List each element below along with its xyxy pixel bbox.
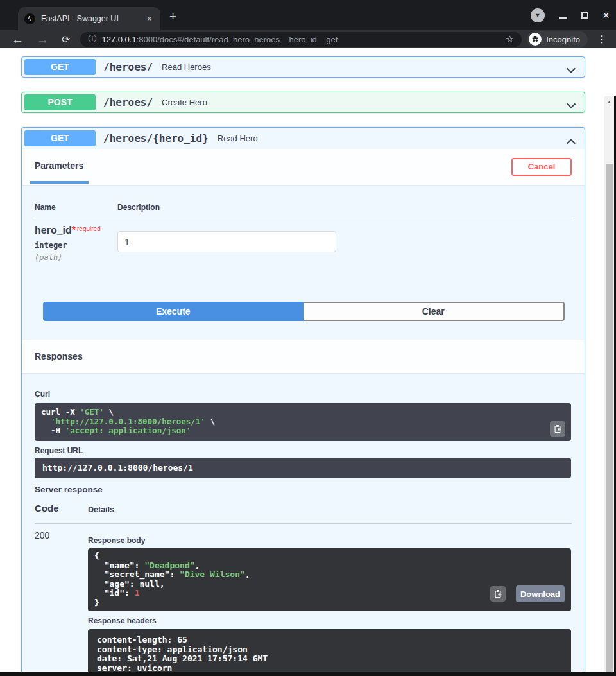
incognito-label: Incognito [546,35,580,44]
header-line: date: Sat,21 Aug 2021 17:57:14 GMT [97,654,562,664]
minimize-icon[interactable] [559,17,567,19]
curl-code-block: curl -X 'GET' \ 'http://127.0.0.1:8000/h… [35,403,571,441]
incognito-icon [529,33,542,46]
scroll-up-icon[interactable]: ▲ [604,98,614,107]
fastapi-favicon-icon: ϟ [24,13,35,24]
hero-id-input[interactable] [117,231,336,252]
code-key: "secret_name": [94,569,180,579]
column-name-label: Name [35,203,56,212]
forward-icon[interactable]: → [30,33,55,46]
window-close-icon[interactable]: × [603,9,610,21]
cancel-button[interactable]: Cancel [511,158,572,176]
responses-section-header: Responses [22,340,585,373]
chevron-up-icon[interactable] [566,135,576,147]
table-divider [35,218,572,218]
details-column-label: Details [88,505,114,514]
request-url-label: Request URL [35,446,83,455]
operation-summary: Create Hero [162,98,207,107]
response-headers-block: content-length: 65 content-type: applica… [88,629,571,676]
clear-button[interactable]: Clear [304,302,565,321]
tab-parameters[interactable]: Parameters [35,160,83,171]
url-host: 127.0.0.1 [101,35,136,44]
code-text: { [94,551,99,560]
header-line: content-length: 65 [97,636,562,645]
server-response-label: Server response [35,485,103,494]
maximize-icon[interactable] [581,12,588,19]
copy-to-clipboard-button[interactable] [490,586,506,602]
operation-path: /heroes/ [103,96,153,108]
required-label: required [77,225,101,232]
table-divider [35,523,572,524]
new-tab-button[interactable]: + [169,10,176,22]
method-badge-get: GET [24,130,96,146]
code-text: , [195,560,200,570]
parameter-name: hero_id*required [35,225,101,236]
code-string: 'accept: application/json' [65,426,191,435]
code-text: \ [205,417,215,426]
chevron-down-icon[interactable] [566,64,576,76]
code-key: "age": [94,579,139,589]
scrollbar-thumb[interactable] [606,164,613,676]
column-description-label: Description [117,203,160,212]
response-headers-label: Response headers [88,616,157,625]
tab-close-icon[interactable]: × [145,13,154,24]
method-badge-post: POST [24,94,96,110]
operation-get-heroes[interactable]: GET /heroes/ Read Heroes [21,56,585,78]
copy-to-clipboard-button[interactable] [550,421,565,437]
url-path: :8000/docs#/default/read_hero_heroes__he… [137,35,338,44]
response-body-block: { "name": "Deadpond", "secret_name": "Di… [88,548,571,611]
json-line: { [94,551,565,561]
code-string: 'http://127.0.0.1:8000/heroes/1' [51,417,205,426]
parameter-location: (path) [35,253,62,262]
code-number: 1 [135,588,140,598]
chevron-down-icon[interactable] [566,100,576,111]
code-key: "id": [94,588,135,598]
operation-path: /heroes/{hero_id} [103,132,209,144]
browser-toolbar: ← → ⟳ ⓘ 127.0.0.1:8000/docs#/default/rea… [0,30,616,48]
code-string: "Deadpond" [144,560,194,570]
operation-header[interactable]: POST /heroes/ Create Hero [22,92,585,112]
code-string: 'GET' [80,407,104,417]
operation-header[interactable]: GET /heroes/{hero_id} Read Hero [22,128,585,149]
code-null: null [139,579,159,589]
browser-update-icon[interactable]: ▼ [531,8,545,22]
download-button[interactable]: Download [516,585,565,602]
operation-post-heroes[interactable]: POST /heroes/ Create Hero [21,92,585,113]
page-scrollbar[interactable]: ▲ ▼ [604,96,614,676]
code-text: } [94,598,99,607]
tab-active-underline [30,181,89,184]
code-text: , [160,579,165,589]
curl-line: -H 'accept: application/json' [41,426,565,436]
browser-titlebar: ϟ FastAPI - Swagger UI × + ▼ × [0,0,616,30]
curl-label: Curl [35,390,50,399]
response-body-label: Response body [88,536,145,545]
operation-summary: Read Heroes [162,62,211,72]
request-url-text: http://127.0.0.1:8000/heroes/1 [42,463,193,472]
reload-icon[interactable]: ⟳ [55,33,76,46]
swagger-page: GET /heroes/ Read Heroes POST /heroes/ C… [0,48,616,676]
code-text: curl -X [41,407,80,417]
curl-line: curl -X 'GET' \ [41,408,565,417]
address-bar[interactable]: ⓘ 127.0.0.1:8000/docs#/default/read_hero… [80,32,522,47]
bookmark-star-icon[interactable]: ☆ [506,33,514,45]
browser-tab[interactable]: ϟ FastAPI - Swagger UI × [18,7,160,30]
code-column-label: Code [35,503,59,514]
operation-path: /heroes/ [103,61,153,73]
responses-title: Responses [35,351,83,361]
window-bottom-edge [0,672,616,676]
back-icon[interactable]: ← [5,33,30,46]
request-url-block: http://127.0.0.1:8000/heroes/1 [35,458,571,478]
browser-menu-icon[interactable]: ⋮ [593,33,611,45]
curl-line: 'http://127.0.0.1:8000/heroes/1' \ [41,417,565,427]
required-star: * [72,225,76,236]
code-text [41,417,51,426]
operation-header[interactable]: GET /heroes/ Read Heroes [22,57,585,77]
code-string: "Dive Wilson" [180,569,245,579]
operation-get-hero-expanded: GET /heroes/{hero_id} Read Hero Paramete… [21,127,585,676]
code-text: \ [104,407,114,417]
execute-button[interactable]: Execute [43,302,304,321]
code-text: -H [41,426,65,435]
parameter-type: integer [35,241,67,250]
url-text: 127.0.0.1:8000/docs#/default/read_hero_h… [101,35,338,44]
site-info-icon[interactable]: ⓘ [88,33,96,45]
